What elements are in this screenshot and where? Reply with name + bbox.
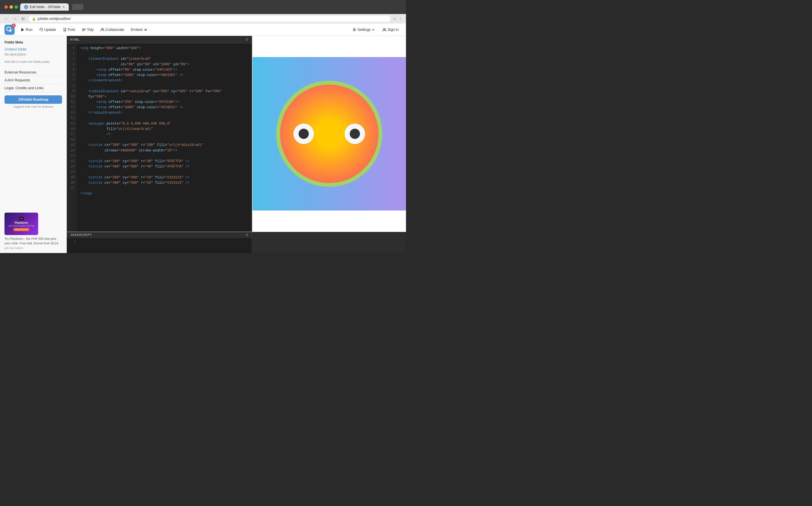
fiddle-meta-title: Fiddle Meta bbox=[4, 40, 62, 44]
js-lang-label: JAVASCRIPT bbox=[70, 233, 92, 237]
sidebar-item-legal[interactable]: Legal, Credits and Links bbox=[4, 84, 62, 92]
ad-area: PS PhpStorm LIGHTNING-SMART PHP IDE Get … bbox=[4, 208, 62, 250]
sidebar-item-ajax-requests[interactable]: AJAX Requests bbox=[4, 76, 62, 84]
tab-close-button[interactable]: ✕ bbox=[62, 5, 65, 9]
svg-point-11 bbox=[354, 29, 355, 30]
sidebar: Fiddle Meta Untitled fiddle No descripti… bbox=[0, 36, 67, 253]
html-lang-label: HTML bbox=[70, 38, 80, 41]
html-editor-pane: HTML ⚙ 12345 678910 1112131415 161718192… bbox=[67, 36, 252, 232]
phpstorm-name: PhpStorm bbox=[15, 221, 28, 225]
js-editor-pane: JAVASCRIPT ⚙ 1 bbox=[67, 232, 252, 253]
svg-rect-8 bbox=[82, 29, 86, 30]
preview-svg bbox=[252, 36, 406, 232]
phpstorm-cta[interactable]: Get a free trial bbox=[13, 228, 29, 231]
svg-point-10 bbox=[101, 28, 103, 30]
fork-label: Fork bbox=[68, 27, 75, 32]
svg-point-6 bbox=[65, 28, 66, 28]
roadmap-subtitle: suggest and vote for features bbox=[4, 105, 62, 108]
chevron-down-icon bbox=[144, 28, 148, 32]
toolbar-right: Settings Sign in bbox=[350, 26, 402, 33]
phpstorm-tagline: LIGHTNING-SMART PHP IDE bbox=[8, 225, 35, 227]
signin-label: Sign in bbox=[388, 27, 399, 32]
line-numbers: 12345 678910 1112131415 1617181920 21222… bbox=[67, 44, 77, 232]
svg-point-4 bbox=[65, 30, 66, 31]
tidy-button[interactable]: Tidy bbox=[79, 26, 96, 33]
svg-point-5 bbox=[63, 28, 64, 28]
preview-pane bbox=[252, 36, 406, 232]
fiddle-hint: Add title to make the fiddle public. bbox=[4, 60, 62, 64]
ad-image[interactable]: PS PhpStorm LIGHTNING-SMART PHP IDE Get … bbox=[4, 213, 38, 235]
html-editor-header: HTML ⚙ bbox=[67, 36, 252, 44]
svg-point-1 bbox=[9, 29, 12, 32]
html-settings-icon[interactable]: ⚙ bbox=[246, 37, 249, 41]
svg-rect-7 bbox=[82, 28, 86, 29]
tab-favicon: ⊛ bbox=[24, 5, 28, 9]
fork-button[interactable]: Fork bbox=[60, 26, 78, 33]
editor-area: HTML ⚙ 12345 678910 1112131415 161718192… bbox=[67, 36, 406, 253]
menu-icon[interactable]: ⋮ bbox=[399, 16, 403, 21]
svg-marker-2 bbox=[21, 28, 24, 31]
address-actions: ☆ ⋮ bbox=[393, 16, 403, 21]
collaborate-label: Collaborate bbox=[105, 27, 124, 32]
svg-point-17 bbox=[299, 129, 309, 139]
fiddle-desc: No description bbox=[4, 53, 62, 56]
roadmap-button[interactable]: JSFiddle Roadmap bbox=[4, 95, 62, 104]
fork-icon bbox=[63, 28, 67, 32]
back-button[interactable]: ← bbox=[3, 16, 10, 22]
js-line-1: 1 bbox=[69, 240, 76, 244]
run-label: Run bbox=[26, 27, 32, 32]
collaborate-icon bbox=[100, 28, 104, 32]
minimize-button[interactable] bbox=[10, 5, 13, 9]
update-label: Update bbox=[44, 27, 56, 32]
js-line-number-area: 1 bbox=[67, 238, 252, 245]
sidebar-item-external-resources[interactable]: External Resources bbox=[4, 69, 62, 76]
editors-row: HTML ⚙ 12345 678910 1112131415 161718192… bbox=[67, 36, 406, 232]
fiddle-name[interactable]: Untitled fiddle bbox=[4, 47, 62, 51]
html-code-area[interactable]: 12345 678910 1112131415 1617181920 21222… bbox=[67, 44, 252, 232]
url-text: jsfiddle.net/kjkma5km/ bbox=[37, 17, 71, 21]
settings-icon bbox=[352, 28, 356, 32]
settings-chevron-icon bbox=[372, 28, 375, 31]
embed-label: Embed bbox=[131, 27, 142, 32]
signin-button[interactable]: Sign in bbox=[380, 26, 402, 33]
user-icon bbox=[383, 28, 386, 32]
url-bar[interactable]: 🔒 jsfiddle.net/kjkma5km/ bbox=[29, 16, 391, 22]
html-code-content[interactable]: <svg height="600" width="600"> <linearGr… bbox=[77, 44, 252, 232]
svg-point-18 bbox=[350, 129, 360, 139]
app-logo: 4 bbox=[4, 25, 15, 35]
settings-label: Settings bbox=[357, 27, 371, 32]
main-area: Fiddle Meta Untitled fiddle No descripti… bbox=[0, 36, 406, 253]
phpstorm-ps-icon: PS bbox=[19, 217, 24, 221]
svg-point-3 bbox=[63, 30, 64, 31]
svg-point-12 bbox=[384, 28, 385, 30]
svg-rect-9 bbox=[82, 30, 84, 31]
preview-content bbox=[252, 36, 406, 232]
bottom-editors: JAVASCRIPT ⚙ 1 bbox=[67, 232, 406, 253]
refresh-button[interactable]: ↻ bbox=[20, 16, 26, 22]
maximize-button[interactable] bbox=[15, 5, 18, 9]
run-button[interactable]: Run bbox=[18, 26, 35, 33]
update-icon bbox=[39, 28, 43, 32]
lock-icon: 🔒 bbox=[32, 17, 36, 21]
preview-bottom bbox=[252, 232, 406, 253]
tidy-label: Tidy bbox=[87, 27, 94, 32]
extra-tab bbox=[72, 4, 83, 10]
sidebar-roadmap-section: JSFiddle Roadmap suggest and vote for fe… bbox=[4, 95, 62, 108]
tab-title: Edit fiddle - JSFiddle bbox=[30, 5, 61, 9]
js-settings-icon[interactable]: ⚙ bbox=[246, 233, 249, 237]
collaborate-button[interactable]: Collaborate bbox=[98, 26, 127, 33]
forward-button[interactable]: → bbox=[12, 16, 18, 22]
embed-button[interactable]: Embed bbox=[128, 26, 150, 33]
bookmark-icon[interactable]: ☆ bbox=[393, 16, 396, 21]
address-bar: ← → ↻ 🔒 jsfiddle.net/kjkma5km/ ☆ ⋮ bbox=[0, 14, 406, 23]
settings-button[interactable]: Settings bbox=[350, 26, 377, 33]
app-toolbar: 4 Run Update Fork Tidy Collaborate Embed bbox=[0, 23, 406, 36]
browser-tab[interactable]: ⊛ Edit fiddle - JSFiddle ✕ bbox=[20, 3, 69, 11]
close-button[interactable] bbox=[4, 5, 8, 9]
traffic-lights bbox=[4, 5, 18, 9]
update-button[interactable]: Update bbox=[36, 26, 59, 33]
ad-text: Try PhpStorm - the PHP IDE that gets you… bbox=[4, 237, 62, 245]
run-icon bbox=[21, 28, 25, 32]
ad-source: ads via Carbon bbox=[4, 247, 62, 250]
tidy-icon bbox=[82, 28, 86, 32]
